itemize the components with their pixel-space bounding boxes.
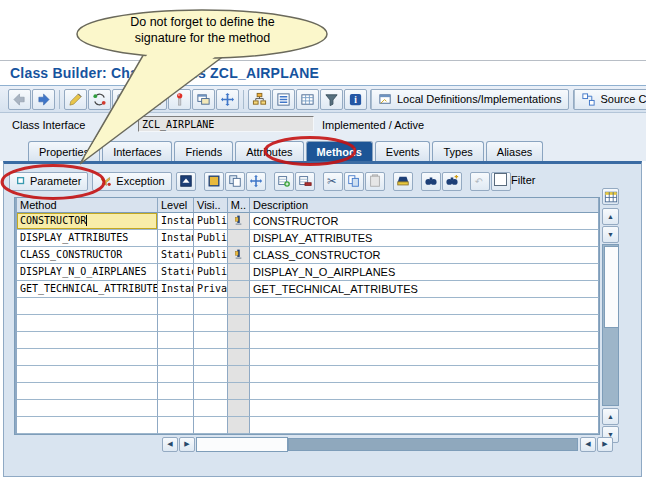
column-header-3[interactable]: M..	[228, 198, 250, 213]
vertical-scrollbar-thumb[interactable]	[604, 246, 619, 328]
tab-properties[interactable]: Properties	[28, 141, 100, 161]
exception-button[interactable]: Exception	[92, 172, 171, 191]
level-cell[interactable]	[158, 332, 194, 349]
move-cells-button[interactable]	[246, 172, 266, 191]
print-pack-button[interactable]	[393, 172, 413, 191]
method-type-cell[interactable]	[228, 349, 250, 366]
level-cell[interactable]: Instanc	[158, 213, 194, 230]
description-cell[interactable]	[250, 332, 599, 349]
description-cell[interactable]	[250, 298, 599, 315]
visibility-cell[interactable]	[194, 400, 228, 417]
description-cell[interactable]	[250, 366, 599, 383]
visibility-cell[interactable]	[194, 315, 228, 332]
level-cell[interactable]	[158, 400, 194, 417]
description-cell[interactable]: DISPLAY_N_O_AIRPLANES	[250, 264, 599, 281]
scroll-up-button-bottom[interactable]: ▲	[602, 408, 619, 425]
method-type-cell[interactable]	[228, 315, 250, 332]
copy-cells-button[interactable]	[225, 172, 245, 191]
method-type-cell[interactable]	[228, 383, 250, 400]
tab-attributes[interactable]: Attributes	[235, 141, 303, 161]
list-stack-button[interactable]	[272, 89, 295, 110]
description-cell[interactable]	[250, 417, 599, 434]
scroll-right-button[interactable]: ▶	[179, 437, 195, 452]
move-arrows-button[interactable]	[216, 89, 239, 110]
method-cell[interactable]: CLASS_CONSTRUCTOR	[17, 247, 158, 264]
hierarchy-button[interactable]	[248, 89, 271, 110]
method-cell[interactable]	[17, 349, 158, 366]
visibility-cell[interactable]: Publi	[194, 264, 228, 281]
filter-checkbox[interactable]	[494, 173, 507, 186]
back-arrow-button[interactable]	[8, 89, 31, 110]
forward-arrow-button[interactable]	[32, 89, 55, 110]
test-wand-button[interactable]	[168, 89, 191, 110]
find-next-button[interactable]	[442, 172, 462, 191]
tab-aliases[interactable]: Aliases	[486, 141, 543, 161]
method-type-cell[interactable]	[228, 247, 250, 264]
description-cell[interactable]: DISPLAY_ATTRIBUTES	[250, 230, 599, 247]
column-header-2[interactable]: Visi..	[194, 198, 228, 213]
tab-friends[interactable]: Friends	[174, 141, 233, 161]
scroll-right-button-right[interactable]: ▶	[597, 437, 613, 452]
method-cell[interactable]	[17, 332, 158, 349]
visibility-cell[interactable]	[194, 366, 228, 383]
description-cell[interactable]	[250, 349, 599, 366]
source-code-button[interactable]: Source Code-B	[573, 89, 646, 110]
description-cell[interactable]	[250, 400, 599, 417]
visibility-cell[interactable]: Publi	[194, 247, 228, 264]
scroll-up-button[interactable]: ▲	[602, 208, 619, 225]
edit-pencil-button[interactable]	[64, 89, 87, 110]
tab-events[interactable]: Events	[375, 141, 431, 161]
level-cell[interactable]	[158, 349, 194, 366]
method-cell[interactable]	[17, 383, 158, 400]
method-cell[interactable]: GET_TECHNICAL_ATTRIBUTES	[17, 281, 158, 298]
method-cell[interactable]	[17, 315, 158, 332]
method-cell[interactable]: DISPLAY_ATTRIBUTES	[17, 230, 158, 247]
change-lock-button[interactable]	[112, 89, 135, 110]
method-type-cell[interactable]	[228, 332, 250, 349]
column-header-4[interactable]: Description	[250, 198, 599, 213]
cut-button[interactable]: ✂	[323, 172, 343, 191]
method-type-cell[interactable]	[228, 264, 250, 281]
tab-methods[interactable]: Methods	[306, 141, 373, 161]
level-cell[interactable]	[158, 383, 194, 400]
method-cell[interactable]	[17, 400, 158, 417]
description-cell[interactable]	[250, 315, 599, 332]
paste-gray-button[interactable]	[365, 172, 385, 191]
method-type-cell[interactable]	[228, 213, 250, 230]
filter-funnel-button[interactable]	[320, 89, 343, 110]
level-cell[interactable]: Instanc	[158, 281, 194, 298]
tab-interfaces[interactable]: Interfaces	[102, 141, 172, 161]
description-cell[interactable]: CONSTRUCTOR	[250, 213, 599, 230]
local-definitions-button[interactable]: Local Definitions/Implementations	[370, 89, 569, 110]
refresh-button[interactable]	[88, 89, 111, 110]
table-grid-button[interactable]	[296, 89, 319, 110]
method-type-cell[interactable]	[228, 366, 250, 383]
parameter-button[interactable]: Parameter	[9, 172, 88, 191]
horizontal-scrollbar-track[interactable]	[288, 438, 578, 451]
column-header-0[interactable]: Method	[17, 198, 158, 213]
scroll-down-button[interactable]: ▼	[602, 226, 619, 243]
sort-b-button[interactable]	[204, 172, 224, 191]
horizontal-scrollbar-thumb[interactable]	[196, 437, 288, 452]
column-header-1[interactable]: Level	[158, 198, 194, 213]
scroll-left-button-right[interactable]: ◀	[580, 437, 596, 452]
level-cell[interactable]: Instanc	[158, 230, 194, 247]
method-cell[interactable]	[17, 417, 158, 434]
undo-gray-button[interactable]: ↶	[470, 172, 490, 191]
level-cell[interactable]	[158, 298, 194, 315]
tab-types[interactable]: Types	[432, 141, 483, 161]
visibility-cell[interactable]	[194, 298, 228, 315]
method-cell[interactable]: CONSTRUCTOR	[17, 213, 158, 230]
expand-top-button[interactable]	[176, 172, 196, 191]
table-configuration-button[interactable]	[602, 188, 619, 205]
level-cell[interactable]	[158, 417, 194, 434]
visibility-cell[interactable]	[194, 349, 228, 366]
find-button[interactable]	[421, 172, 441, 191]
level-cell[interactable]: Static	[158, 247, 194, 264]
method-cell[interactable]: DISPLAY_N_O_AIRPLANES	[17, 264, 158, 281]
vertical-scrollbar-track[interactable]	[602, 244, 619, 406]
level-cell[interactable]	[158, 366, 194, 383]
method-type-cell[interactable]	[228, 417, 250, 434]
description-cell[interactable]	[250, 383, 599, 400]
info-button[interactable]: i	[344, 89, 367, 110]
